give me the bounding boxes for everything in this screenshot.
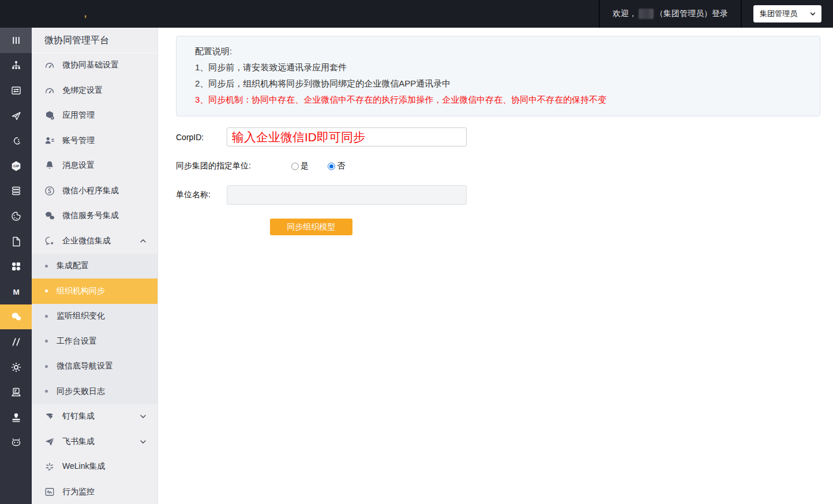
rail-item[interactable] bbox=[0, 204, 32, 229]
sync-unit-radio-group: 是 否 bbox=[291, 161, 364, 171]
sidebar-item[interactable]: 飞书集成 bbox=[32, 429, 157, 454]
bullet-icon bbox=[45, 289, 48, 292]
corpid-input[interactable] bbox=[227, 127, 467, 146]
wechat-icon bbox=[10, 311, 22, 322]
rail-item[interactable] bbox=[0, 405, 32, 430]
sync-form: CorpID: 同步集团的指定单位: 是 否 单位名称: 同步组织模型 bbox=[176, 127, 833, 235]
logo-mark: , bbox=[84, 9, 87, 18]
sidebar-title: 微协同管理平台 bbox=[32, 28, 157, 53]
flow-link-icon bbox=[10, 135, 22, 146]
letter-m-icon: M bbox=[10, 286, 22, 298]
sidebar-subitem[interactable]: 集成配置 bbox=[32, 254, 157, 279]
rail-item[interactable] bbox=[0, 53, 32, 78]
notice-line: 2、同步后，组织机构将同步到微协同绑定的企业微信APP通讯录中 bbox=[195, 76, 808, 92]
app-logo: , bbox=[17, 0, 87, 28]
rail-item[interactable] bbox=[0, 304, 32, 330]
sidebar-subitem-active[interactable]: 组织机构同步 bbox=[32, 279, 157, 304]
svg-text:CAP: CAP bbox=[13, 165, 19, 168]
unit-name-row: 单位名称: bbox=[176, 185, 833, 205]
sidebar-item[interactable]: 企业微信集成 bbox=[32, 228, 157, 254]
sidebar-item[interactable]: 免绑定设置 bbox=[32, 78, 157, 103]
sidebar-subitem-label: 同步失败日志 bbox=[57, 386, 105, 397]
radio-no-icon[interactable] bbox=[328, 163, 335, 170]
cap-badge-icon: CAP bbox=[10, 160, 22, 172]
role-select-value: 集团管理员 bbox=[760, 9, 797, 19]
notice-line: 1、同步前，请安装致远通讯录应用套件 bbox=[195, 59, 808, 76]
config-notice-panel: 配置说明: 1、同步前，请安装致远通讯录应用套件 2、同步后，组织机构将同步到微… bbox=[176, 36, 820, 116]
shapes-grid-icon bbox=[10, 261, 22, 272]
rail-item[interactable]: M bbox=[0, 279, 32, 304]
corpid-row: CorpID: bbox=[176, 127, 833, 146]
sidebar-subitem[interactable]: 同步失败日志 bbox=[32, 379, 157, 404]
sidebar-item-label: 微协同基础设置 bbox=[62, 60, 119, 70]
unit-name-input[interactable] bbox=[227, 185, 467, 205]
rail-item[interactable] bbox=[0, 78, 32, 103]
document-icon bbox=[10, 236, 22, 247]
cursor-arrow-icon bbox=[10, 110, 22, 122]
rail-item[interactable] bbox=[0, 128, 32, 153]
bell-icon bbox=[44, 160, 55, 171]
main-content: 配置说明: 1、同步前，请安装致远通讯录应用套件 2、同步后，组织机构将同步到微… bbox=[158, 28, 833, 504]
dingtalk-icon bbox=[44, 411, 55, 422]
app-logo-blurred bbox=[17, 7, 83, 21]
sidebar-subitem-label: 集成配置 bbox=[57, 261, 89, 271]
menu-bars-icon bbox=[10, 35, 22, 46]
rail-item[interactable] bbox=[0, 355, 32, 380]
radio-option-yes[interactable]: 是 bbox=[291, 161, 309, 171]
corpid-label: CorpID: bbox=[176, 133, 227, 142]
sidebar-item-label: 免绑定设置 bbox=[62, 85, 103, 96]
topbar: , 欢迎， （集团管理员）登录 集团管理员 bbox=[0, 0, 833, 28]
sidebar-item-label: WeLink集成 bbox=[62, 461, 105, 472]
rail-item[interactable] bbox=[0, 430, 32, 456]
bullet-icon bbox=[45, 340, 48, 343]
rail-item[interactable]: CAP bbox=[0, 153, 32, 179]
chevron-down-icon bbox=[139, 438, 147, 446]
role-select-wrap: 集团管理员 bbox=[741, 0, 833, 28]
welcome-text: 欢迎， （集团管理员）登录 bbox=[599, 0, 741, 28]
stamp-icon bbox=[10, 412, 22, 423]
sidebar-item[interactable]: 消息设置 bbox=[32, 153, 157, 179]
sidebar-subitem-label: 微信底导航设置 bbox=[57, 361, 113, 371]
sidebar-menu: 微协同基础设置免绑定设置应用管理账号管理消息设置微信小程序集成微信服务号集成企业… bbox=[32, 53, 157, 504]
welcome-suffix: （集团管理员）登录 bbox=[655, 9, 728, 19]
bullet-icon bbox=[45, 315, 48, 318]
rail-item[interactable] bbox=[0, 179, 32, 204]
sidebar-item-label: 消息设置 bbox=[62, 160, 95, 171]
cube-gear-icon bbox=[44, 110, 55, 121]
sidebar-item-label: 飞书集成 bbox=[62, 437, 95, 447]
sync-org-model-button[interactable]: 同步组织模型 bbox=[270, 219, 352, 235]
bullet-icon bbox=[45, 390, 48, 393]
rail-item[interactable] bbox=[0, 28, 32, 53]
feishu-icon bbox=[44, 437, 55, 447]
sidebar-item[interactable]: 微信服务号集成 bbox=[32, 204, 157, 229]
rail-item[interactable] bbox=[0, 229, 32, 254]
rail-item[interactable] bbox=[0, 254, 32, 279]
svg-text:M: M bbox=[13, 288, 19, 296]
laptop-icon bbox=[10, 386, 22, 398]
username-blurred bbox=[639, 9, 654, 19]
radio-no-label: 否 bbox=[337, 161, 345, 171]
robot-icon bbox=[10, 437, 22, 448]
rail-item[interactable] bbox=[0, 329, 32, 355]
sidebar-item[interactable]: WeLink集成 bbox=[32, 454, 157, 480]
role-select[interactable]: 集团管理员 bbox=[753, 5, 821, 22]
sidebar-item[interactable]: 微协同基础设置 bbox=[32, 53, 157, 78]
sidebar-item[interactable]: 钉钉集成 bbox=[32, 404, 157, 430]
monitor-icon bbox=[44, 487, 55, 497]
sidebar-item-label: 微信小程序集成 bbox=[62, 186, 119, 196]
sidebar-item[interactable]: 应用管理 bbox=[32, 103, 157, 129]
sidebar-item[interactable]: 行为监控 bbox=[32, 479, 157, 504]
rail-item[interactable] bbox=[0, 103, 32, 129]
rail-item[interactable] bbox=[0, 379, 32, 405]
sidebar-subitem[interactable]: 监听组织变化 bbox=[32, 304, 157, 329]
radio-yes-icon[interactable] bbox=[291, 163, 299, 170]
sidebar-item[interactable]: 微信小程序集成 bbox=[32, 178, 157, 204]
sync-unit-row: 同步集团的指定单位: 是 否 bbox=[176, 161, 833, 171]
sidebar-subitem[interactable]: 工作台设置 bbox=[32, 329, 157, 354]
sidebar-item[interactable]: 账号管理 bbox=[32, 128, 157, 153]
sidebar-subitem[interactable]: 微信底导航设置 bbox=[32, 354, 157, 379]
gauge-icon bbox=[44, 60, 55, 70]
bullet-icon bbox=[45, 265, 48, 268]
sidebar-item-label: 账号管理 bbox=[62, 136, 95, 146]
radio-option-no[interactable]: 否 bbox=[328, 161, 345, 171]
